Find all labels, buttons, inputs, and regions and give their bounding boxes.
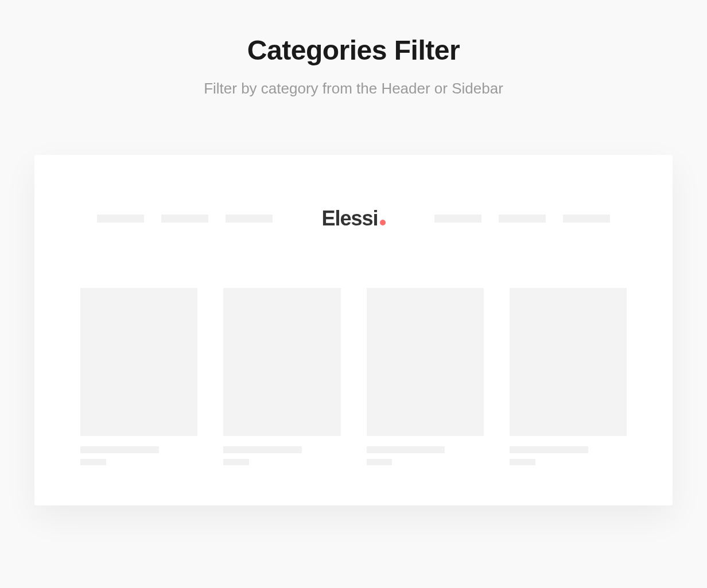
- page-subtitle: Filter by category from the Header or Si…: [0, 80, 707, 98]
- product-image-placeholder: [510, 288, 627, 436]
- product-price-placeholder: [80, 459, 106, 465]
- product-grid: [80, 288, 627, 465]
- nav-item-placeholder: [226, 215, 273, 223]
- brand-logo: Elessi: [321, 207, 385, 231]
- preview-card: Elessi: [34, 155, 673, 505]
- product-image-placeholder: [223, 288, 340, 436]
- product-title-placeholder: [223, 446, 302, 453]
- product-title-placeholder: [510, 446, 588, 453]
- product-card: [80, 288, 197, 465]
- heading-section: Categories Filter Filter by category fro…: [0, 34, 707, 98]
- logo-dot-icon: [380, 220, 386, 225]
- nav-item-placeholder: [563, 215, 610, 223]
- nav-item-placeholder: [161, 215, 208, 223]
- product-image-placeholder: [80, 288, 197, 436]
- header-nav-row: Elessi: [80, 207, 627, 231]
- nav-item-placeholder: [499, 215, 546, 223]
- product-price-placeholder: [510, 459, 535, 465]
- product-price-placeholder: [223, 459, 249, 465]
- product-card: [367, 288, 484, 465]
- nav-item-placeholder: [434, 215, 481, 223]
- product-title-placeholder: [367, 446, 445, 453]
- logo-text: Elessi: [321, 207, 378, 231]
- product-price-placeholder: [367, 459, 393, 465]
- page-container: Categories Filter Filter by category fro…: [0, 0, 707, 505]
- product-card: [223, 288, 340, 465]
- page-title: Categories Filter: [0, 34, 707, 66]
- nav-item-placeholder: [97, 215, 144, 223]
- product-title-placeholder: [80, 446, 159, 453]
- product-card: [510, 288, 627, 465]
- product-image-placeholder: [367, 288, 484, 436]
